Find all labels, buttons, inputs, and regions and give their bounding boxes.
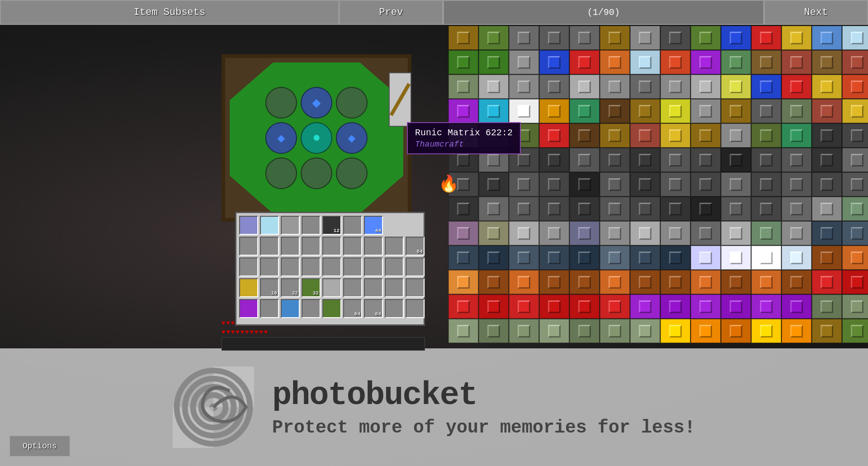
inv-cell-14[interactable] [343, 257, 362, 276]
item-cell-64[interactable] [691, 124, 721, 147]
item-cell-160[interactable] [630, 295, 660, 319]
item-cell-45[interactable] [539, 99, 569, 123]
item-cell-44[interactable] [509, 99, 539, 123]
item-cell-146[interactable] [630, 270, 660, 294]
item-cell-7[interactable] [660, 26, 690, 50]
item-cell-112[interactable] [448, 221, 478, 245]
item-cell-87[interactable] [539, 172, 569, 196]
item-cell-10[interactable] [751, 26, 781, 50]
item-cell-14[interactable] [448, 50, 478, 74]
item-cell-157[interactable] [539, 295, 569, 319]
item-cell-152[interactable] [812, 270, 842, 294]
item-cell-127[interactable] [479, 246, 509, 270]
hotbar-cell-5[interactable] [343, 216, 362, 235]
item-cell-144[interactable] [570, 270, 599, 294]
item-cell-107[interactable] [721, 197, 751, 221]
item-cell-158[interactable] [570, 295, 599, 319]
item-cell-88[interactable] [570, 172, 599, 196]
item-cell-114[interactable] [509, 221, 539, 245]
item-cell-101[interactable] [539, 197, 569, 221]
item-cell-33[interactable] [600, 75, 630, 99]
item-cell-122[interactable] [751, 221, 781, 245]
item-cell-151[interactable] [782, 270, 811, 294]
runic-cell-2-2[interactable] [336, 157, 368, 189]
inv-cell-16[interactable] [385, 257, 404, 276]
item-cell-111[interactable] [842, 197, 868, 221]
item-cell-89[interactable] [600, 172, 630, 196]
inv-cell-31[interactable] [322, 299, 341, 318]
item-cell-74[interactable] [570, 148, 599, 172]
item-cell-68[interactable] [812, 124, 842, 147]
inv-cell-15[interactable] [364, 257, 383, 276]
inv-cell-4[interactable] [322, 237, 341, 256]
item-cell-50[interactable] [691, 99, 721, 123]
inv-cell-20[interactable]: 32 [281, 278, 300, 297]
item-cell-91[interactable] [660, 172, 690, 196]
item-cell-94[interactable] [751, 172, 781, 196]
inv-cell-7[interactable] [385, 237, 404, 256]
item-cell-142[interactable] [509, 270, 539, 294]
item-cell-19[interactable] [600, 50, 630, 74]
prev-button[interactable]: Prev [339, 0, 443, 25]
hotbar-cell-1[interactable] [260, 216, 279, 235]
item-cell-133[interactable] [660, 246, 690, 270]
inv-cell-17[interactable] [406, 257, 425, 276]
inv-cell-1[interactable] [260, 237, 279, 256]
item-cell-2[interactable] [509, 26, 539, 50]
item-cell-129[interactable] [539, 246, 569, 270]
inv-cell-34[interactable] [385, 299, 404, 318]
item-cell-140[interactable] [448, 270, 478, 294]
item-cell-60[interactable] [570, 124, 599, 147]
item-cell-38[interactable] [751, 75, 781, 99]
item-cell-8[interactable] [691, 26, 721, 50]
item-cell-41[interactable] [842, 75, 868, 99]
item-cell-143[interactable] [539, 270, 569, 294]
item-cell-178[interactable] [751, 319, 781, 343]
item-cell-20[interactable] [630, 50, 660, 74]
item-cell-1[interactable] [479, 26, 509, 50]
item-cell-99[interactable] [479, 197, 509, 221]
inv-cell-6[interactable] [364, 237, 383, 256]
item-cell-163[interactable] [721, 295, 751, 319]
item-cell-40[interactable] [812, 75, 842, 99]
item-cell-27[interactable] [842, 50, 868, 74]
item-cell-172[interactable] [570, 319, 599, 343]
item-cell-138[interactable] [812, 246, 842, 270]
item-cell-3[interactable] [539, 26, 569, 50]
inv-cell-12[interactable] [302, 257, 321, 276]
item-cell-36[interactable] [691, 75, 721, 99]
runic-cell-2-1[interactable] [301, 157, 332, 189]
item-cell-147[interactable] [660, 270, 690, 294]
item-cell-180[interactable] [812, 319, 842, 343]
item-cell-29[interactable] [479, 75, 509, 99]
item-cell-52[interactable] [751, 99, 781, 123]
item-cell-168[interactable] [448, 319, 478, 343]
item-cell-62[interactable] [630, 124, 660, 147]
item-cell-67[interactable] [782, 124, 811, 147]
item-cell-96[interactable] [812, 172, 842, 196]
item-cell-119[interactable] [660, 221, 690, 245]
item-cell-175[interactable] [660, 319, 690, 343]
inv-cell-0[interactable] [239, 237, 258, 256]
item-cell-169[interactable] [479, 319, 509, 343]
item-cell-95[interactable] [782, 172, 811, 196]
item-cell-159[interactable] [600, 295, 630, 319]
inv-cell-3[interactable] [302, 237, 321, 256]
item-cell-80[interactable] [751, 148, 781, 172]
item-cell-117[interactable] [600, 221, 630, 245]
item-cell-134[interactable] [691, 246, 721, 270]
inv-cell-18[interactable] [239, 278, 258, 297]
item-cell-0[interactable] [448, 26, 478, 50]
runic-cell-0-2[interactable] [336, 87, 368, 119]
item-cell-18[interactable] [570, 50, 599, 74]
hotbar-cell-3[interactable] [302, 216, 321, 235]
hotbar-cell-0[interactable] [239, 216, 258, 235]
item-cell-21[interactable] [660, 50, 690, 74]
options-button[interactable]: Options [9, 435, 71, 457]
inv-cell-5[interactable] [343, 237, 362, 256]
item-cell-90[interactable] [630, 172, 660, 196]
item-cell-92[interactable] [691, 172, 721, 196]
item-cell-135[interactable] [721, 246, 751, 270]
next-button[interactable]: Next [764, 0, 868, 25]
item-cell-16[interactable] [509, 50, 539, 74]
